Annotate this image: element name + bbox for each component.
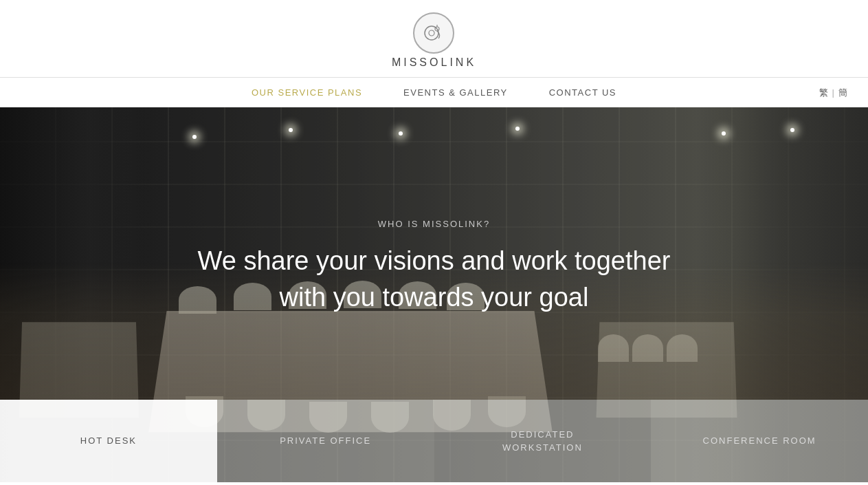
lang-traditional[interactable]: 繁 [819,87,828,99]
service-cards: HOT DESK PRIVATE OFFICE DEDICATED WORKST… [0,400,868,482]
hero-section: WHO IS MISSOLINK? We share your visions … [0,107,868,482]
lang-divider: | [832,87,834,98]
hero-subtitle: WHO IS MISSOLINK? [378,219,490,229]
nav-item-services[interactable]: OUR SERVICE PLANS [252,87,362,98]
service-card-dedicated-workstation[interactable]: DEDICATED WORKSTATION [434,400,652,482]
service-card-private-office[interactable]: PRIVATE OFFICE [217,400,434,482]
hero-title-line2: with you towards your goal [280,283,589,312]
hero-title: We share your visions and work together … [198,243,671,316]
service-card-hot-desk[interactable]: HOT DESK [0,400,217,482]
nav-links: OUR SERVICE PLANS EVENTS & GALLERY CONTA… [0,78,868,107]
lang-simplified[interactable]: 簡 [838,87,847,99]
service-card-conference-room[interactable]: CONFERENCE ROOM [651,400,868,482]
logo-icon[interactable] [413,12,454,54]
svg-point-0 [425,26,438,40]
language-switcher: 繁 | 簡 [819,87,847,99]
nav: OUR SERVICE PLANS EVENTS & GALLERY CONTA… [0,77,868,107]
nav-item-contact[interactable]: CONTACT US [549,87,616,98]
header: MISSOLINK OUR SERVICE PLANS EVENTS & GAL… [0,0,868,107]
svg-point-1 [429,30,434,36]
nav-item-events[interactable]: EVENTS & GALLERY [403,87,508,98]
hero-title-line1: We share your visions and work together [198,246,671,275]
logo-text: MISSOLINK [392,56,476,69]
logo-area: MISSOLINK [392,12,476,69]
